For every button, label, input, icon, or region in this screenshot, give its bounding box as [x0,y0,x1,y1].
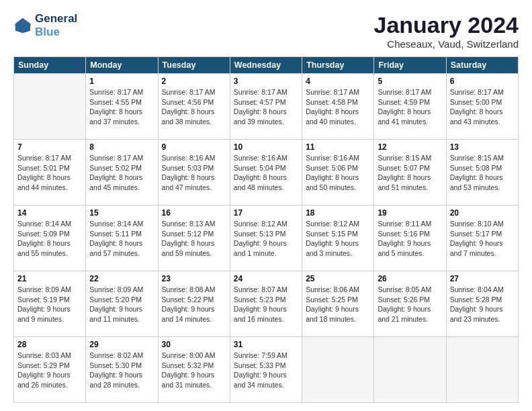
day-number: 24 [234,274,298,283]
day-number: 11 [306,142,370,152]
day-info: Sunrise: 8:09 AMSunset: 5:19 PMDaylight:… [17,285,82,324]
day-number: 17 [234,208,298,218]
day-cell: 20Sunrise: 8:10 AMSunset: 5:17 PMDayligh… [446,205,518,271]
day-info: Sunrise: 8:14 AMSunset: 5:11 PMDaylight:… [89,219,154,259]
header-cell-wednesday: Wednesday [230,57,302,74]
header-cell-monday: Monday [86,57,158,74]
day-cell: 23Sunrise: 8:08 AMSunset: 5:22 PMDayligh… [158,271,230,337]
day-cell: 13Sunrise: 8:15 AMSunset: 5:08 PMDayligh… [446,140,518,205]
day-info: Sunrise: 8:05 AMSunset: 5:26 PMDaylight:… [378,285,442,324]
day-number: 25 [306,274,370,283]
week-row-4: 28Sunrise: 8:03 AMSunset: 5:29 PMDayligh… [14,337,519,403]
day-cell: 30Sunrise: 8:00 AMSunset: 5:32 PMDayligh… [158,337,230,403]
day-info: Sunrise: 8:02 AMSunset: 5:30 PMDaylight:… [89,351,154,390]
header-cell-saturday: Saturday [446,57,518,74]
header: General Blue January 2024 Cheseaux, Vaud… [13,12,519,50]
day-number: 15 [89,208,154,218]
day-cell: 1Sunrise: 8:17 AMSunset: 4:55 PMDaylight… [86,74,158,140]
day-info: Sunrise: 8:08 AMSunset: 5:22 PMDaylight:… [162,285,226,324]
day-info: Sunrise: 8:16 AMSunset: 5:04 PMDaylight:… [234,153,298,193]
day-cell: 14Sunrise: 8:14 AMSunset: 5:09 PMDayligh… [14,205,86,271]
week-row-2: 14Sunrise: 8:14 AMSunset: 5:09 PMDayligh… [14,205,519,271]
day-info: Sunrise: 8:14 AMSunset: 5:09 PMDaylight:… [17,219,82,259]
header-cell-friday: Friday [374,57,446,74]
day-cell: 29Sunrise: 8:02 AMSunset: 5:30 PMDayligh… [86,337,158,403]
day-cell: 16Sunrise: 8:13 AMSunset: 5:12 PMDayligh… [158,205,230,271]
day-cell [14,74,86,140]
logo-line1: General [35,12,77,26]
day-info: Sunrise: 8:17 AMSunset: 4:57 PMDaylight:… [234,87,298,127]
day-info: Sunrise: 8:06 AMSunset: 5:25 PMDaylight:… [306,285,370,324]
day-cell: 5Sunrise: 8:17 AMSunset: 4:59 PMDaylight… [374,74,446,140]
logo: General Blue [13,12,77,38]
day-info: Sunrise: 8:15 AMSunset: 5:08 PMDaylight:… [450,153,515,193]
day-cell: 21Sunrise: 8:09 AMSunset: 5:19 PMDayligh… [14,271,86,337]
week-row-0: 1Sunrise: 8:17 AMSunset: 4:55 PMDaylight… [14,74,519,140]
day-cell: 17Sunrise: 8:12 AMSunset: 5:13 PMDayligh… [230,205,302,271]
day-info: Sunrise: 7:59 AMSunset: 5:33 PMDaylight:… [234,351,298,390]
day-number: 21 [17,274,82,283]
week-row-1: 7Sunrise: 8:17 AMSunset: 5:01 PMDaylight… [14,140,519,205]
day-info: Sunrise: 8:13 AMSunset: 5:12 PMDaylight:… [162,219,226,259]
day-info: Sunrise: 8:16 AMSunset: 5:03 PMDaylight:… [162,153,226,193]
day-info: Sunrise: 8:17 AMSunset: 4:58 PMDaylight:… [306,87,370,127]
day-info: Sunrise: 8:17 AMSunset: 4:59 PMDaylight:… [378,87,442,127]
day-number: 4 [306,77,370,86]
day-info: Sunrise: 8:10 AMSunset: 5:17 PMDaylight:… [450,219,515,259]
day-cell: 3Sunrise: 8:17 AMSunset: 4:57 PMDaylight… [230,74,302,140]
day-info: Sunrise: 8:17 AMSunset: 4:55 PMDaylight:… [89,87,154,127]
day-cell: 9Sunrise: 8:16 AMSunset: 5:03 PMDaylight… [158,140,230,205]
day-cell: 18Sunrise: 8:12 AMSunset: 5:15 PMDayligh… [302,205,374,271]
day-number: 3 [234,77,298,86]
day-number: 12 [378,142,442,152]
day-info: Sunrise: 8:17 AMSunset: 5:01 PMDaylight:… [17,153,82,193]
day-info: Sunrise: 8:15 AMSunset: 5:07 PMDaylight:… [378,153,442,193]
day-cell: 6Sunrise: 8:17 AMSunset: 5:00 PMDaylight… [446,74,518,140]
day-number: 1 [89,77,154,86]
day-number: 31 [234,340,298,349]
day-cell: 24Sunrise: 8:07 AMSunset: 5:23 PMDayligh… [230,271,302,337]
day-number: 2 [162,77,226,86]
day-cell [446,337,518,403]
day-number: 6 [450,77,515,86]
day-number: 30 [162,340,226,349]
day-cell: 10Sunrise: 8:16 AMSunset: 5:04 PMDayligh… [230,140,302,205]
calendar-header: SundayMondayTuesdayWednesdayThursdayFrid… [14,57,519,74]
day-cell: 31Sunrise: 7:59 AMSunset: 5:33 PMDayligh… [230,337,302,403]
calendar-title: January 2024 [374,12,519,38]
day-cell [374,337,446,403]
day-info: Sunrise: 8:03 AMSunset: 5:29 PMDaylight:… [17,351,82,390]
logo-icon [13,16,32,35]
day-cell: 25Sunrise: 8:06 AMSunset: 5:25 PMDayligh… [302,271,374,337]
day-info: Sunrise: 8:07 AMSunset: 5:23 PMDaylight:… [234,285,298,324]
day-info: Sunrise: 8:09 AMSunset: 5:20 PMDaylight:… [89,285,154,324]
header-cell-thursday: Thursday [302,57,374,74]
day-cell: 2Sunrise: 8:17 AMSunset: 4:56 PMDaylight… [158,74,230,140]
day-number: 7 [17,142,82,152]
day-cell: 19Sunrise: 8:11 AMSunset: 5:16 PMDayligh… [374,205,446,271]
day-cell: 12Sunrise: 8:15 AMSunset: 5:07 PMDayligh… [374,140,446,205]
day-number: 26 [378,274,442,283]
day-number: 13 [450,142,515,152]
day-cell [302,337,374,403]
day-number: 22 [89,274,154,283]
day-number: 28 [17,340,82,349]
day-info: Sunrise: 8:12 AMSunset: 5:15 PMDaylight:… [306,219,370,259]
header-row: SundayMondayTuesdayWednesdayThursdayFrid… [14,57,519,74]
day-cell: 4Sunrise: 8:17 AMSunset: 4:58 PMDaylight… [302,74,374,140]
logo-text: General Blue [35,12,77,38]
day-info: Sunrise: 8:17 AMSunset: 5:00 PMDaylight:… [450,87,515,127]
day-cell: 15Sunrise: 8:14 AMSunset: 5:11 PMDayligh… [86,205,158,271]
day-cell: 27Sunrise: 8:04 AMSunset: 5:28 PMDayligh… [446,271,518,337]
day-cell: 7Sunrise: 8:17 AMSunset: 5:01 PMDaylight… [14,140,86,205]
day-info: Sunrise: 8:12 AMSunset: 5:13 PMDaylight:… [234,219,298,259]
day-number: 27 [450,274,515,283]
day-number: 8 [89,142,154,152]
day-cell: 11Sunrise: 8:16 AMSunset: 5:06 PMDayligh… [302,140,374,205]
day-number: 14 [17,208,82,218]
calendar-body: 1Sunrise: 8:17 AMSunset: 4:55 PMDaylight… [14,74,519,403]
header-cell-tuesday: Tuesday [158,57,230,74]
day-number: 5 [378,77,442,86]
day-info: Sunrise: 8:11 AMSunset: 5:16 PMDaylight:… [378,219,442,259]
calendar-subtitle: Cheseaux, Vaud, Switzerland [374,38,519,50]
